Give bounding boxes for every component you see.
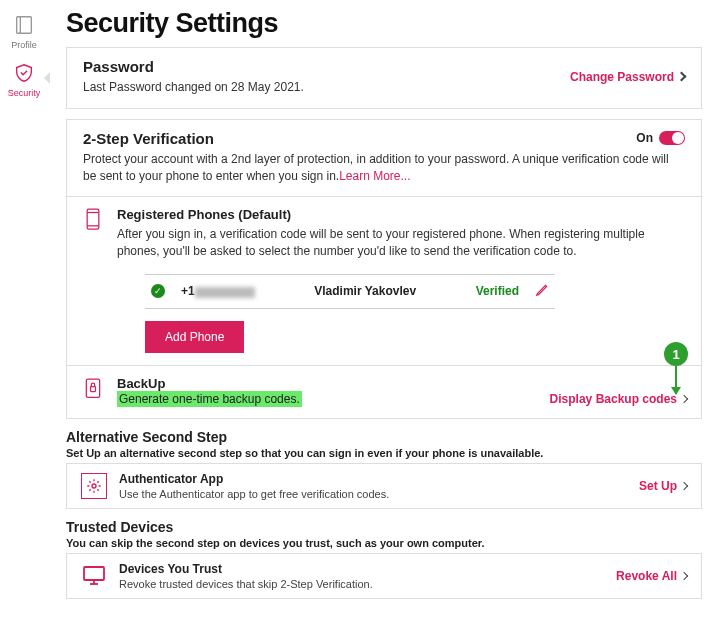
add-phone-button[interactable]: Add Phone — [145, 321, 244, 353]
chevron-right-icon — [677, 72, 687, 82]
twostep-state-label: On — [636, 131, 653, 145]
trusted-devices-card: Devices You Trust Revoke trusted devices… — [66, 553, 702, 599]
trusted-devices-heading: Trusted Devices You can skip the second … — [66, 519, 702, 549]
setup-authenticator-button[interactable]: Set Up — [639, 479, 687, 493]
svg-rect-0 — [17, 17, 32, 34]
revoke-all-button[interactable]: Revoke All — [616, 569, 687, 583]
main-content: Security Settings Password Last Password… — [48, 0, 714, 621]
shield-icon — [13, 62, 35, 86]
twostep-desc: Protect your account with a 2nd layer of… — [83, 151, 685, 185]
twostep-title: 2-Step Verification — [83, 130, 214, 147]
svg-rect-6 — [91, 386, 96, 391]
trusted-title: Devices You Trust — [119, 562, 604, 576]
backup-section: BackUp Generate one-time backup codes. D… — [67, 365, 701, 418]
svg-point-7 — [92, 484, 96, 488]
chevron-right-icon — [680, 395, 688, 403]
password-title: Password — [83, 58, 304, 75]
chevron-right-icon — [680, 572, 688, 580]
password-status: Last Password changed on 28 May 2021. — [83, 79, 304, 96]
change-password-button[interactable]: Change Password — [570, 70, 685, 84]
authenticator-title: Authenticator App — [119, 472, 627, 486]
password-card: Password Last Password changed on 28 May… — [66, 47, 702, 109]
page-title: Security Settings — [66, 8, 702, 39]
phones-title: Registered Phones (Default) — [117, 207, 685, 222]
svg-rect-5 — [86, 379, 99, 397]
phone-owner: Vladimir Yakovlev — [271, 284, 460, 298]
sidebar: Profile Security — [0, 0, 48, 621]
sidebar-item-profile[interactable]: Profile — [11, 14, 37, 50]
phone-icon — [83, 207, 105, 353]
sidebar-item-label: Security — [8, 88, 41, 98]
annotation-arrow-icon — [675, 366, 677, 394]
phone-row: ✓ +1 Vladimir Yakovlev Verified — [145, 274, 555, 309]
monitor-icon — [81, 563, 107, 589]
phone-status: Verified — [476, 284, 519, 298]
backup-highlight: Generate one-time backup codes. — [117, 391, 302, 407]
profile-icon — [13, 14, 35, 38]
authenticator-card: Authenticator App Use the Authenticator … — [66, 463, 702, 509]
twostep-toggle[interactable] — [659, 131, 685, 145]
chevron-right-icon — [680, 482, 688, 490]
twostep-card: 2-Step Verification On Protect your acco… — [66, 119, 702, 419]
sidebar-item-security[interactable]: Security — [8, 62, 41, 98]
display-backup-codes-button[interactable]: Display Backup codes — [550, 392, 687, 406]
annotation-callout: 1 — [664, 342, 688, 366]
backup-title: BackUp — [117, 376, 685, 391]
edit-phone-icon[interactable] — [535, 283, 549, 300]
registered-phones-section: Registered Phones (Default) After you si… — [67, 196, 701, 365]
verified-check-icon: ✓ — [151, 284, 165, 298]
trusted-desc: Revoke trusted devices that skip 2-Step … — [119, 578, 604, 590]
authenticator-icon — [81, 473, 107, 499]
svg-rect-8 — [84, 567, 104, 580]
alternative-step-heading: Alternative Second Step Set Up an altern… — [66, 429, 702, 459]
phones-desc: After you sign in, a verification code w… — [117, 226, 685, 260]
redacted-number — [195, 287, 255, 298]
lock-icon — [83, 376, 105, 406]
authenticator-sub: Use the Authenticator app to get free ve… — [119, 488, 627, 500]
phone-number: +1 — [181, 284, 255, 298]
learn-more-link[interactable]: Learn More... — [339, 169, 410, 183]
sidebar-item-label: Profile — [11, 40, 37, 50]
